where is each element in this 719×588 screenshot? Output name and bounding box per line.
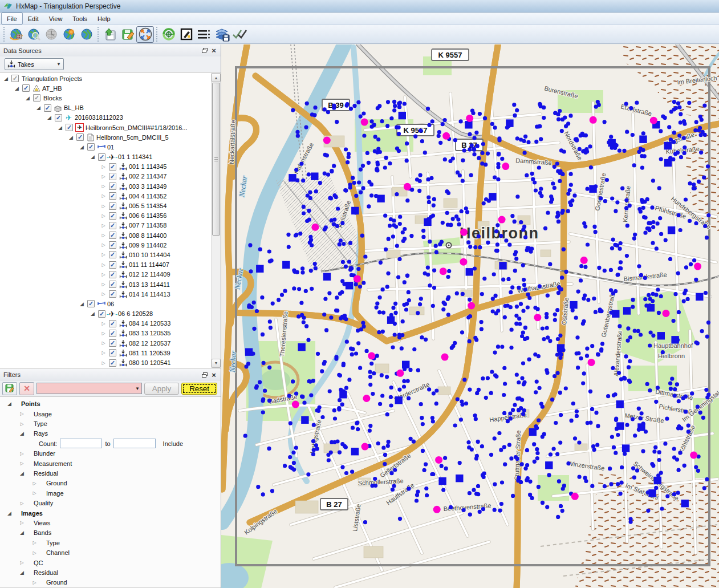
- globe-search-button[interactable]: [25, 26, 42, 43]
- checkbox[interactable]: ✓: [55, 114, 62, 121]
- tree-row[interactable]: ▷✓009 9 114402: [0, 240, 210, 250]
- checkbox[interactable]: ✓: [109, 192, 116, 200]
- tree-row[interactable]: ▷✓010 10 114404: [0, 250, 210, 259]
- filter-row[interactable]: ◢Bands: [0, 528, 221, 538]
- menu-item-file[interactable]: File: [1, 13, 23, 25]
- expand-icon[interactable]: ▷: [18, 501, 26, 506]
- checkbox[interactable]: ✓: [66, 124, 73, 131]
- globe-grid-button[interactable]: [7, 26, 25, 43]
- collapse-icon[interactable]: ◢: [67, 135, 75, 140]
- tree-row[interactable]: ◢✓BL_HB: [0, 103, 210, 113]
- collapse-icon[interactable]: ◢: [18, 570, 26, 575]
- collapse-icon[interactable]: ◢: [78, 301, 86, 307]
- tree-row[interactable]: ▷✓008 8 114400: [0, 230, 210, 240]
- collapse-icon[interactable]: ◢: [46, 115, 53, 120]
- expand-icon[interactable]: ▷: [100, 193, 107, 198]
- adjust-square-button[interactable]: [177, 26, 195, 43]
- collapse-icon[interactable]: ◢: [6, 401, 13, 407]
- tree-row[interactable]: ◢✓-✈-06 6 120528: [0, 309, 210, 319]
- filter-row[interactable]: ▷Usage: [0, 409, 221, 419]
- tree-row[interactable]: ▷✓082 12 120537: [0, 338, 210, 348]
- expand-icon[interactable]: ▷: [100, 321, 107, 326]
- checkbox[interactable]: ✓: [109, 339, 116, 347]
- filter-row[interactable]: ◢Residual: [0, 468, 221, 478]
- tree-row[interactable]: ▷✓003 3 114349: [0, 181, 210, 191]
- tree-row[interactable]: ▷✓084 14 120533: [0, 319, 210, 329]
- checkbox[interactable]: ✓: [98, 153, 105, 161]
- apply-button[interactable]: Apply: [144, 383, 179, 395]
- expand-icon[interactable]: ▷: [100, 184, 107, 189]
- checkbox[interactable]: ✓: [33, 94, 40, 102]
- tree-row[interactable]: ◢✓✈20160318112023: [0, 113, 210, 123]
- filter-row[interactable]: ▷Type: [0, 419, 221, 428]
- filter-row[interactable]: ▷Image: [0, 488, 221, 498]
- list-options-button[interactable]: [195, 26, 213, 43]
- checkbox[interactable]: ✓: [109, 281, 116, 288]
- collapse-icon[interactable]: ◢: [35, 105, 42, 111]
- checkbox[interactable]: ✓: [76, 133, 84, 141]
- expand-icon[interactable]: ▷: [18, 560, 26, 565]
- takes-dropdown[interactable]: Takes ▼: [5, 58, 64, 70]
- tree-row[interactable]: ▷✓013 13 114411: [0, 279, 210, 289]
- expand-icon[interactable]: ▷: [100, 350, 107, 355]
- scroll-up-icon[interactable]: ▲: [212, 73, 221, 82]
- tree-row[interactable]: ▷✓081 11 120539: [0, 348, 210, 358]
- delete-filter-button[interactable]: ✕: [19, 382, 34, 395]
- tree-row[interactable]: ◢✓-✈-01 1 114341: [0, 152, 210, 162]
- expand-icon[interactable]: ▷: [31, 481, 38, 486]
- checkbox[interactable]: ✓: [22, 84, 30, 92]
- scroll-down-icon[interactable]: ▼: [212, 359, 221, 368]
- checkbox[interactable]: ✓: [109, 212, 116, 220]
- expand-icon[interactable]: ▷: [100, 272, 107, 277]
- globe-plain-button[interactable]: [78, 26, 95, 43]
- tree-row[interactable]: ◢✓Triangulation Projects: [0, 74, 210, 83]
- collapse-icon[interactable]: ◢: [89, 311, 96, 317]
- expand-icon[interactable]: ▷: [100, 360, 107, 366]
- collapse-icon[interactable]: ◢: [18, 431, 26, 436]
- checkbox[interactable]: ✓: [87, 143, 95, 151]
- filter-row[interactable]: ▷Views: [0, 518, 221, 528]
- tree-row[interactable]: ◢✓AT_HB: [0, 83, 210, 93]
- double-check-button[interactable]: [230, 26, 248, 43]
- reset-button[interactable]: Reset: [181, 383, 217, 395]
- expand-icon[interactable]: ▷: [100, 174, 107, 179]
- save-disk-button[interactable]: [119, 26, 136, 43]
- collapse-icon[interactable]: ◢: [6, 510, 13, 516]
- checkbox[interactable]: ✓: [109, 330, 116, 337]
- expand-icon[interactable]: ▷: [100, 252, 107, 257]
- map-view[interactable]: NeckartalstraßeHafenstraßeKalistraßeEtze…: [221, 44, 719, 588]
- expand-icon[interactable]: ▷: [31, 550, 38, 555]
- checkbox[interactable]: ✓: [109, 173, 116, 180]
- expand-icon[interactable]: ▷: [18, 451, 26, 456]
- tree-row[interactable]: ▷✓011 11 114407: [0, 260, 210, 270]
- close-panel-icon[interactable]: ×: [209, 46, 218, 55]
- filter-row[interactable]: ▷Ground: [0, 578, 221, 587]
- filter-row[interactable]: ◢Rays: [0, 429, 221, 439]
- expand-icon[interactable]: ▷: [100, 164, 107, 169]
- collapse-icon[interactable]: ◢: [56, 125, 64, 131]
- scrollbar-thumb[interactable]: [212, 83, 220, 236]
- checkbox[interactable]: ✓: [109, 251, 116, 258]
- tree-row[interactable]: ◢✓01: [0, 142, 210, 152]
- checkbox[interactable]: ✓: [109, 359, 116, 367]
- expand-icon[interactable]: ▷: [100, 262, 107, 267]
- expand-icon[interactable]: ▷: [100, 340, 107, 346]
- expand-icon[interactable]: ▷: [100, 282, 107, 287]
- close-panel-icon[interactable]: ×: [209, 371, 218, 379]
- expand-icon[interactable]: ▷: [100, 233, 107, 238]
- tree-row[interactable]: ▷✓007 7 114358: [0, 221, 210, 230]
- tree-row[interactable]: ◢✓Blocks: [0, 93, 210, 103]
- filter-combobox[interactable]: ▼: [36, 383, 142, 394]
- include-label[interactable]: Include: [163, 440, 183, 447]
- tree-row[interactable]: ▷✓002 2 114347: [0, 172, 210, 181]
- checkbox[interactable]: ✓: [109, 222, 116, 229]
- expand-icon[interactable]: ▷: [31, 540, 38, 545]
- collapse-icon[interactable]: ◢: [13, 86, 21, 91]
- expand-icon[interactable]: ▷: [31, 580, 38, 585]
- filter-row[interactable]: ▷Type: [0, 538, 221, 548]
- filter-row[interactable]: ▷QC: [0, 558, 221, 567]
- count-to-input[interactable]: [113, 439, 156, 448]
- menu-item-help[interactable]: Help: [92, 13, 116, 25]
- menu-item-view[interactable]: View: [44, 13, 68, 25]
- checkbox[interactable]: ✓: [109, 202, 116, 210]
